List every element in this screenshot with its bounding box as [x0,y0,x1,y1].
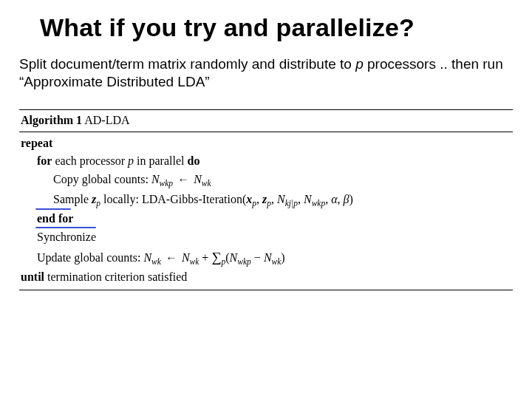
arg-z2-sub: p [267,198,271,207]
synchronize-text: Synchronize [37,231,96,243]
slide-title: What if you try and parallelize? [40,13,513,42]
kw-endfor: end for [37,212,73,225]
copy-text: Copy global counts: [53,173,151,185]
copy-arrow: ← [176,173,191,185]
kw-for: for [37,154,52,167]
upd-arrow: ← [164,251,179,264]
intro-part1: Split document/term matrix randomly and … [19,56,355,72]
upd-close: ) [281,251,284,264]
annotation-endfor-underline [35,208,71,210]
annotation-synchronize-underline [35,227,96,228]
algo-body: repeat for each processor p in parallel … [19,132,513,290]
copy-lhs-sub: wkp [160,179,174,188]
algo-name: AD-LDA [84,114,129,126]
for-text1: each processor [52,154,128,167]
line-copy: Copy global counts: Nwkp ← Nwk [21,171,511,191]
kw-do: do [187,154,200,167]
sample-prefix: Sample [53,193,92,205]
arg-Nwkp-sub: wkp [312,198,326,207]
for-var-p: p [128,154,134,167]
algorithm-box: Algorithm 1 AD-LDA repeat for each proce… [19,109,513,291]
upd-t2: N [264,251,272,264]
line-repeat: repeat [21,134,511,153]
upd-lhs: N [143,251,151,264]
arg-Nkj: N [277,193,285,205]
copy-rhs-sub: wk [202,179,211,188]
copy-rhs: N [194,173,202,185]
upd-sum: ∑ [211,250,221,265]
line-for: for each processor p in parallel do [21,152,511,171]
line-endfor: end for [21,210,511,228]
arg-Nkj-sub: kj|p [285,198,298,207]
upd-t1: N [230,251,238,264]
upd-t2-sub: wk [272,257,282,266]
until-text: termination criterion satisfied [44,270,187,283]
line-sample: Sample zp locally: LDA-Gibbs-Iteration(x… [21,191,511,211]
sample-close: ) [349,193,353,205]
algo-header: Algorithm 1 AD-LDA [19,110,513,132]
upd-plus: + [199,251,211,264]
update-text: Update global counts: [37,251,143,264]
upd-lhs-sub: wk [151,257,161,266]
upd-r1: N [182,251,190,264]
algo-label: Algorithm 1 [21,114,82,126]
intro-text: Split document/term matrix randomly and … [19,55,505,92]
copy-lhs: N [151,173,160,185]
line-until: until termination criterion satisfied [21,268,511,287]
kw-repeat: repeat [21,137,52,149]
arg-alpha: α [331,193,337,205]
line-synchronize: Synchronize [21,228,511,247]
arg-Nwkp: N [304,193,312,205]
line-update: Update global counts: Nwk ← Nwk + ∑p(Nwk… [21,247,511,269]
intro-p-var: p [355,56,364,72]
arg-beta: β [344,193,349,205]
arg-x-sub: p [252,198,256,207]
sample-mid: locally: LDA-Gibbs-Iteration( [100,193,246,205]
upd-t1-sub: wkp [237,257,251,266]
algo-bottom-rule [19,290,513,290]
upd-minus: − [251,251,264,264]
kw-until: until [21,270,44,283]
slide: What if you try and parallelize? Split d… [0,0,532,290]
upd-r1-sub: wk [190,257,200,266]
for-text2: in parallel [134,154,187,167]
